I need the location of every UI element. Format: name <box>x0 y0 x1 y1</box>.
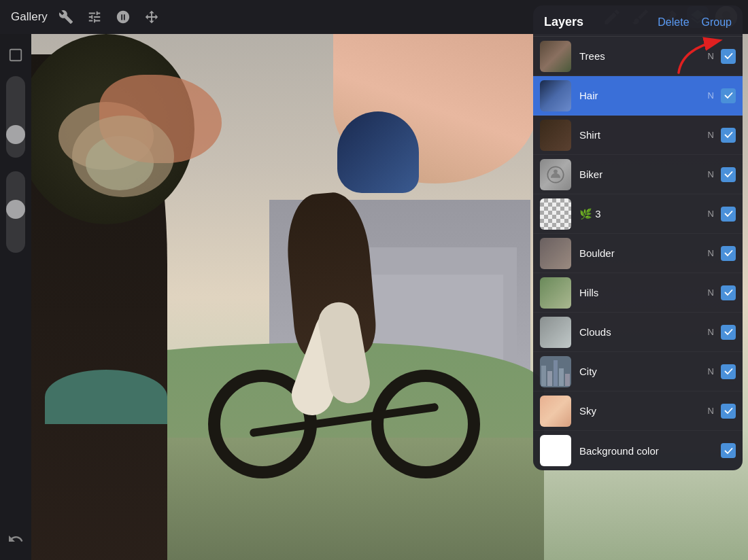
adjustments-icon[interactable] <box>84 7 105 27</box>
layer-mode-hair: N <box>708 90 714 101</box>
layer-thumb-bgcol <box>540 435 571 466</box>
layer-row-clouds[interactable]: Clouds N <box>533 313 743 352</box>
layer-row-shirt[interactable]: Shirt N <box>533 116 743 155</box>
opacity-thumb <box>6 200 25 219</box>
layer-visible-sky[interactable] <box>721 404 736 419</box>
layers-title: Layers <box>544 15 645 29</box>
gallery-button[interactable]: Gallery <box>11 10 48 24</box>
layer-mode-trees: N <box>708 51 714 61</box>
layer-row-hills[interactable]: Hills N <box>533 273 743 313</box>
layer-mode-city: N <box>708 366 714 377</box>
layer-thumb-clouds <box>540 317 571 348</box>
layer-visible-city[interactable] <box>721 364 736 379</box>
illus-biker-area <box>167 111 521 492</box>
layer-name-hair: Hair <box>579 90 708 101</box>
svg-point-4 <box>554 169 558 173</box>
layer-thumb-hair <box>540 80 571 111</box>
illus-wheel-front <box>371 370 480 478</box>
layer-mode-sky: N <box>708 406 714 416</box>
layer-mode-shirt: N <box>708 130 714 140</box>
transform-icon[interactable] <box>141 7 162 27</box>
layer-name-3: 🌿 3 <box>579 208 708 220</box>
layer-row-city[interactable]: City N <box>533 352 743 391</box>
brush-size-slider[interactable] <box>6 76 25 158</box>
layer-thumb-trees <box>540 41 571 72</box>
layer-name-clouds: Clouds <box>579 326 708 338</box>
layer-mode-clouds: N <box>708 327 714 337</box>
layer-name-hills: Hills <box>579 287 708 298</box>
layer-visible-trees[interactable] <box>721 49 736 64</box>
group-button[interactable]: Group <box>702 16 732 29</box>
layer-thumb-shirt <box>540 120 571 151</box>
layer-visible-hair[interactable] <box>721 88 736 103</box>
layer-name-shirt: Shirt <box>579 129 708 141</box>
layer-row-biker[interactable]: Biker N <box>533 155 743 194</box>
layer-visible-hills[interactable] <box>721 285 736 300</box>
layer-row-boulder[interactable]: Boulder N <box>533 234 743 273</box>
illus-hair <box>337 111 419 193</box>
layer-visible-clouds[interactable] <box>721 325 736 340</box>
undo-button[interactable] <box>4 527 27 550</box>
illus-foliage-tan <box>72 116 174 197</box>
layer-name-biker: Biker <box>579 169 708 180</box>
left-sidebar <box>0 34 31 560</box>
layer-thumb-sky <box>540 396 571 427</box>
layer-name-sky: Sky <box>579 405 708 417</box>
layer-row-hair[interactable]: Hair N <box>533 76 743 116</box>
layer-visible-boulder[interactable] <box>721 246 736 261</box>
layer-name-boulder: Boulder <box>579 247 708 259</box>
layers-header: Layers Delete Group <box>533 5 743 37</box>
layer-mode-biker: N <box>708 169 714 179</box>
layers-panel: Layers Delete Group Trees N Hair N Shirt… <box>533 5 743 470</box>
stylize-icon[interactable] <box>113 7 133 27</box>
selection-tool[interactable] <box>4 43 27 67</box>
layer-name-trees: Trees <box>579 50 708 62</box>
opacity-slider[interactable] <box>6 171 25 253</box>
layer-thumb-boulder <box>540 238 571 269</box>
layer-mode-boulder: N <box>708 248 714 258</box>
brush-size-thumb <box>6 125 25 144</box>
layer-visible-bgcol[interactable] <box>721 443 736 458</box>
wrench-icon[interactable] <box>56 7 76 27</box>
layer-thumb-biker <box>540 159 571 190</box>
layer-visible-shirt[interactable] <box>721 128 736 143</box>
layer-name-city: City <box>579 366 708 377</box>
delete-button[interactable]: Delete <box>658 16 689 29</box>
layer-mode-hills: N <box>708 287 714 298</box>
layer-mode-3: N <box>708 209 714 219</box>
layer-visible-3[interactable] <box>721 207 736 222</box>
layer-row-trees[interactable]: Trees N <box>533 37 743 76</box>
layer-visible-biker[interactable] <box>721 167 736 182</box>
svg-rect-2 <box>10 50 22 61</box>
layer-thumb-3 <box>540 198 571 230</box>
layer-thumb-city <box>540 356 571 387</box>
top-bar-left: Gallery <box>11 7 162 27</box>
layer-name-bgcol: Background color <box>579 445 714 457</box>
layer-thumb-hills <box>540 277 571 309</box>
layer-row-bgcol[interactable]: Background color <box>533 431 743 470</box>
layer-row-sky[interactable]: Sky N <box>533 391 743 431</box>
illus-teal-foliage <box>45 370 167 424</box>
layer-row-3[interactable]: 🌿 3 N <box>533 194 743 234</box>
